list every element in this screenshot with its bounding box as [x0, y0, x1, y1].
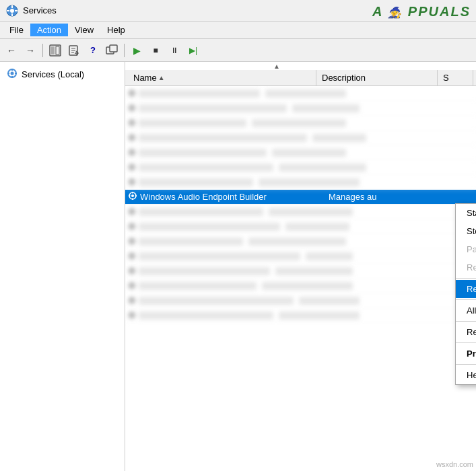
row-gear-icon: ⚙: [128, 162, 136, 172]
forward-button[interactable]: →: [22, 42, 39, 59]
col-description[interactable]: Description: [316, 70, 438, 85]
menu-action[interactable]: Action: [30, 24, 68, 36]
row-gear-icon: ⚙: [128, 118, 136, 128]
new-window-button[interactable]: [103, 42, 121, 59]
row-gear-icon: ⚙: [128, 88, 136, 98]
watermark: wsxdn.com: [436, 460, 473, 468]
toolbar: ← → ? ▶ ■ ⏸ ▶|: [0, 39, 476, 62]
row-gear-icon: ⚙: [128, 295, 136, 305]
table-row[interactable]: ⚙: [125, 131, 476, 145]
main-area: Services (Local) ▲ Name ▲ Description S …: [0, 62, 476, 471]
svg-rect-21: [15, 73, 17, 74]
window-title: Services: [23, 5, 57, 15]
column-headers: Name ▲ Description S: [125, 70, 476, 86]
services-local-label: Services (Local): [22, 69, 84, 79]
table-row[interactable]: ⚙: [125, 249, 476, 264]
left-panel: Services (Local): [0, 62, 125, 471]
ctx-start[interactable]: Start: [456, 204, 476, 222]
row-gear-icon: ⚙: [128, 251, 136, 261]
selected-service-name: Windows Audio Endpoint Builder: [140, 192, 329, 202]
table-row[interactable]: ⚙: [125, 279, 476, 293]
table-row[interactable]: ⚙: [125, 293, 476, 308]
service-rows-top: ⚙ ⚙ ⚙ ⚙ ⚙: [125, 86, 476, 190]
service-rows-bottom: ⚙ ⚙ ⚙ ⚙ ⚙: [125, 205, 476, 323]
ctx-sep-2: [456, 299, 476, 300]
toolbar-separator-1: [42, 44, 43, 57]
sort-arrow-name: ▲: [158, 74, 165, 81]
ctx-resume: Resume: [456, 258, 476, 277]
svg-rect-27: [135, 195, 137, 196]
table-row[interactable]: ⚙: [125, 175, 476, 190]
selected-service-desc: Manages au: [329, 192, 450, 202]
row-gear-icon: ⚙: [128, 103, 136, 113]
table-row[interactable]: ⚙: [125, 101, 476, 116]
pause-button[interactable]: ⏸: [166, 42, 183, 59]
svg-point-17: [11, 72, 14, 75]
title-bar: Services A 🧙 PPUALS: [0, 0, 476, 22]
svg-rect-7: [51, 46, 55, 55]
row-gear-icon: ⚙: [128, 236, 136, 246]
services-gear-icon: [7, 68, 18, 81]
play-button[interactable]: ▶: [128, 42, 145, 59]
svg-rect-3: [11, 13, 13, 16]
row-gear-icon: ⚙: [128, 207, 136, 217]
svg-rect-20: [7, 73, 9, 74]
menu-help[interactable]: Help: [100, 24, 132, 36]
table-row[interactable]: ⚙: [125, 308, 476, 323]
table-row[interactable]: ⚙: [125, 116, 476, 131]
ctx-sep-5: [456, 364, 476, 365]
svg-rect-18: [11, 69, 13, 71]
ctx-properties[interactable]: Properties: [456, 345, 476, 363]
resume-button[interactable]: ▶|: [184, 42, 202, 59]
row-gear-icon: ⚙: [128, 310, 136, 320]
table-row[interactable]: ⚙: [125, 264, 476, 279]
console-tree-button[interactable]: [46, 42, 64, 59]
row-gear-icon: ⚙: [128, 221, 136, 231]
row-gear-icon: ⚙: [128, 147, 136, 157]
svg-rect-24: [132, 192, 133, 194]
ctx-restart[interactable]: Restart: [456, 280, 476, 298]
app-icon: [5, 4, 19, 17]
ctx-sep-3: [456, 321, 476, 322]
export-button[interactable]: [65, 42, 83, 59]
ctx-sep-1: [456, 278, 476, 279]
sort-up-arrow: ▲: [273, 63, 280, 70]
table-row[interactable]: ⚙: [125, 234, 476, 249]
ctx-sep-4: [456, 342, 476, 343]
col-name[interactable]: Name ▲: [128, 70, 316, 85]
menu-bar: File Action View Help: [0, 22, 476, 39]
selected-row-gear-icon: [128, 191, 137, 203]
toolbar-separator-2: [124, 44, 125, 57]
svg-rect-19: [11, 76, 13, 78]
table-row[interactable]: ⚙: [125, 160, 476, 175]
table-row[interactable]: ⚙: [125, 205, 476, 219]
back-button[interactable]: ←: [3, 42, 20, 59]
selected-service-row[interactable]: Windows Audio Endpoint Builder Manages a…: [125, 190, 476, 205]
table-row[interactable]: ⚙: [125, 219, 476, 234]
services-local-item[interactable]: Services (Local): [4, 66, 121, 83]
row-gear-icon: ⚙: [128, 177, 136, 187]
stop-button[interactable]: ■: [147, 42, 164, 59]
svg-rect-26: [129, 195, 131, 196]
svg-rect-4: [7, 10, 9, 11]
svg-rect-2: [11, 5, 13, 8]
table-row[interactable]: ⚙: [125, 145, 476, 160]
menu-view[interactable]: View: [68, 24, 100, 36]
ctx-alltasks[interactable]: All Tasks ›: [456, 301, 476, 320]
help-button[interactable]: ?: [84, 42, 102, 59]
right-panel: ▲ Name ▲ Description S ⚙ ⚙: [125, 62, 476, 471]
ctx-help[interactable]: Help: [456, 366, 476, 384]
table-row[interactable]: ⚙: [125, 86, 476, 101]
sort-indicator-area: ▲: [125, 62, 476, 70]
menu-file[interactable]: File: [3, 24, 30, 36]
svg-point-23: [131, 194, 134, 197]
col-status[interactable]: S: [438, 70, 473, 85]
ctx-refresh[interactable]: Refresh: [456, 323, 476, 341]
svg-rect-8: [56, 46, 59, 55]
svg-point-1: [10, 9, 14, 13]
row-gear-icon: ⚙: [128, 266, 136, 276]
ctx-stop[interactable]: Stop: [456, 222, 476, 240]
svg-rect-25: [132, 198, 133, 201]
row-gear-icon: ⚙: [128, 281, 136, 291]
svg-rect-15: [110, 45, 117, 52]
